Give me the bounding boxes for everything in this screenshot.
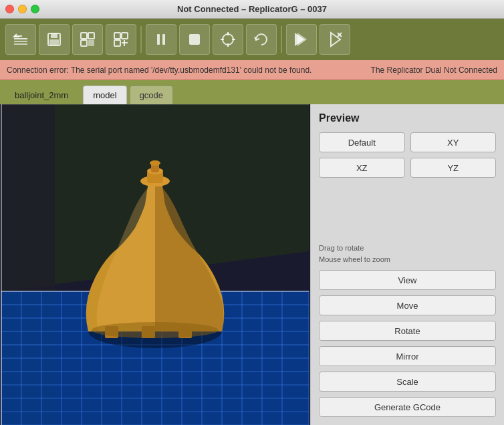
- toolbar-stop-btn[interactable]: [179, 24, 210, 55]
- svg-rect-8: [88, 33, 94, 39]
- svg-rect-13: [114, 40, 120, 46]
- error-message: Connection error: The serial port named …: [7, 65, 311, 75]
- view-btn-xy[interactable]: XY: [410, 132, 497, 152]
- toolbar-refresh-btn[interactable]: [246, 24, 277, 55]
- window-controls: [5, 5, 39, 13]
- tab-filename: balljoint_2mm: [5, 86, 78, 104]
- scene-svg: [0, 104, 310, 425]
- view-btn-xz[interactable]: XZ: [319, 158, 405, 178]
- action-btn-generate-gcode[interactable]: Generate GCode: [319, 397, 496, 417]
- action-btn-move[interactable]: Move: [319, 295, 496, 315]
- svg-rect-16: [157, 34, 160, 45]
- svg-rect-2: [14, 41, 27, 42]
- svg-rect-5: [51, 33, 57, 38]
- view-buttons-row-1: Default XY: [319, 132, 496, 152]
- toolbar-connect-btn[interactable]: [106, 24, 136, 55]
- preview-title: Preview: [319, 112, 496, 124]
- svg-rect-1: [14, 38, 27, 39]
- replicator-status: The Replicator Dual Not Connected: [371, 65, 497, 75]
- toolbar-center-btn[interactable]: [213, 24, 243, 55]
- svg-rect-10: [88, 40, 94, 46]
- preview-empty-space: [319, 183, 496, 235]
- viewport[interactable]: [0, 104, 310, 425]
- svg-point-72: [92, 322, 219, 338]
- window-title: Not Connected – ReplicatorG – 0037: [177, 4, 327, 14]
- toolbar-build-btn[interactable]: [286, 24, 317, 55]
- view-buttons-row-2: XZ YZ: [319, 158, 496, 178]
- error-bar: Connection error: The serial port named …: [0, 60, 504, 80]
- toolbar-separator-2: [281, 26, 282, 53]
- toolbar-separator-1: [140, 26, 142, 53]
- toolbar-open-btn[interactable]: [5, 24, 36, 55]
- drag-hint-line2: Mouse wheel to zoom: [319, 254, 496, 265]
- main-content: Preview Default XY XZ YZ Drag to rotate …: [0, 104, 504, 425]
- action-btn-scale[interactable]: Scale: [319, 372, 496, 392]
- toolbar-save-btn[interactable]: [39, 24, 70, 55]
- svg-rect-9: [81, 40, 87, 46]
- view-btn-default[interactable]: Default: [319, 132, 405, 152]
- drag-hint: Drag to rotate Mouse wheel to zoom: [319, 243, 496, 265]
- svg-rect-6: [49, 39, 59, 45]
- minimize-button[interactable]: [18, 5, 27, 13]
- svg-rect-17: [162, 34, 165, 45]
- drag-hint-line1: Drag to rotate: [319, 243, 496, 254]
- tab-bar: balljoint_2mm model gcode: [0, 80, 504, 104]
- title-bar: Not Connected – ReplicatorG – 0037: [0, 0, 504, 19]
- toolbar-pause-btn[interactable]: [146, 24, 176, 55]
- svg-rect-18: [189, 34, 200, 45]
- close-button[interactable]: [5, 5, 14, 13]
- action-btn-rotate[interactable]: Rotate: [319, 321, 496, 341]
- toolbar-settings-btn[interactable]: [72, 24, 103, 55]
- svg-point-19: [223, 34, 233, 45]
- svg-rect-12: [122, 33, 128, 39]
- maximize-button[interactable]: [31, 5, 39, 13]
- toolbar-cancel-btn[interactable]: [320, 24, 350, 55]
- tab-model[interactable]: model: [83, 86, 126, 104]
- svg-point-71: [150, 160, 160, 166]
- view-btn-yz[interactable]: YZ: [410, 158, 497, 178]
- svg-rect-11: [114, 33, 120, 39]
- action-btn-mirror[interactable]: Mirror: [319, 346, 496, 366]
- action-btn-view[interactable]: View: [319, 270, 496, 290]
- svg-rect-7: [81, 33, 87, 39]
- preview-panel: Preview Default XY XZ YZ Drag to rotate …: [310, 104, 504, 425]
- toolbar: [0, 19, 504, 60]
- svg-rect-3: [14, 43, 27, 45]
- tab-gcode[interactable]: gcode: [130, 86, 173, 104]
